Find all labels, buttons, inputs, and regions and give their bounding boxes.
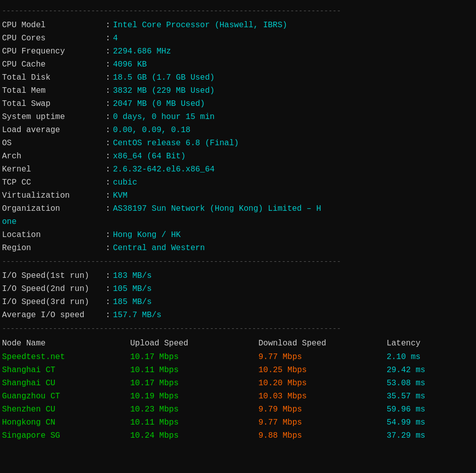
io-colon: : xyxy=(103,282,113,295)
io-row: I/O Speed(3rd run) : 185 MB/s xyxy=(2,295,474,309)
system-colon: : xyxy=(103,228,113,242)
net-upload: 10.11 Mbps xyxy=(130,416,258,429)
system-row: CPU Cores : 4 xyxy=(2,32,474,45)
system-label: CPU Cores xyxy=(2,32,103,45)
system-label: Organization xyxy=(2,202,103,215)
system-value: AS38197 Sun Network (Hong Kong) Limited … xyxy=(113,202,474,215)
system-colon: : xyxy=(103,58,113,71)
net-download: 9.77 Mbps xyxy=(258,416,386,429)
system-label: Total Swap xyxy=(2,97,103,110)
system-row: Region : Central and Western xyxy=(2,242,474,255)
system-value: 2.6.32-642.el6.x86_64 xyxy=(113,163,474,176)
system-label: Load average xyxy=(2,124,103,137)
system-label: Arch xyxy=(2,150,103,163)
net-latency: 37.29 ms xyxy=(387,429,474,442)
system-row: Total Mem : 3832 MB (229 MB Used) xyxy=(2,84,474,97)
system-row: Virtualization : KVM xyxy=(2,189,474,202)
io-colon: : xyxy=(103,269,113,282)
network-row: Shanghai CU 10.17 Mbps 10.20 Mbps 53.08 … xyxy=(2,377,474,390)
system-value: x86_64 (64 Bit) xyxy=(113,150,474,163)
system-value xyxy=(113,215,474,228)
system-label: Location xyxy=(2,228,103,242)
system-row: Load average : 0.00, 0.09, 0.18 xyxy=(2,124,474,137)
system-label: Total Mem xyxy=(2,84,103,97)
separator-middle: ----------------------------------------… xyxy=(2,257,474,267)
network-header-row: Node Name Upload Speed Download Speed La… xyxy=(2,336,474,350)
system-value: KVM xyxy=(113,189,474,202)
net-latency: 29.42 ms xyxy=(387,364,474,377)
io-value: 185 MB/s xyxy=(113,295,474,309)
system-row: OS : CentOS release 6.8 (Final) xyxy=(2,137,474,150)
io-row: Average I/O speed : 157.7 MB/s xyxy=(2,309,474,322)
network-row: Guangzhou CT 10.19 Mbps 10.03 Mbps 35.57… xyxy=(2,390,474,403)
io-row: I/O Speed(2nd run) : 105 MB/s xyxy=(2,282,474,295)
net-download: 9.79 Mbps xyxy=(258,403,386,416)
net-node: Singapore SG xyxy=(2,429,130,442)
system-label: TCP CC xyxy=(2,176,103,189)
system-value: Intel Core Processor (Haswell, IBRS) xyxy=(113,19,474,32)
network-row: Speedtest.net 10.17 Mbps 9.77 Mbps 2.10 … xyxy=(2,350,474,364)
io-colon: : xyxy=(103,309,113,322)
system-value: 0 days, 0 hour 15 min xyxy=(113,110,474,124)
net-upload: 10.17 Mbps xyxy=(130,377,258,390)
system-colon xyxy=(103,215,113,228)
system-label: OS xyxy=(2,137,103,150)
system-row: Total Swap : 2047 MB (0 MB Used) xyxy=(2,97,474,110)
separator-io-bottom: ----------------------------------------… xyxy=(2,324,474,334)
system-colon: : xyxy=(103,202,113,215)
system-colon: : xyxy=(103,124,113,137)
io-row: I/O Speed(1st run) : 183 MB/s xyxy=(2,269,474,282)
net-node: Shanghai CT xyxy=(2,364,130,377)
system-colon: : xyxy=(103,32,113,45)
net-upload: 10.23 Mbps xyxy=(130,403,258,416)
net-latency: 53.08 ms xyxy=(387,377,474,390)
io-value: 157.7 MB/s xyxy=(113,309,474,322)
system-colon: : xyxy=(103,163,113,176)
system-label: Total Disk xyxy=(2,71,103,84)
io-value: 183 MB/s xyxy=(113,269,474,282)
system-label: System uptime xyxy=(2,110,103,124)
net-node: Guangzhou CT xyxy=(2,390,130,403)
net-download: 10.25 Mbps xyxy=(258,364,386,377)
system-label: Region xyxy=(2,242,103,255)
system-value: 4096 KB xyxy=(113,58,474,71)
net-latency: 59.96 ms xyxy=(387,403,474,416)
system-value: 4 xyxy=(113,32,474,45)
system-colon: : xyxy=(103,110,113,124)
system-label: CPU Frequency xyxy=(2,45,103,58)
system-row: CPU Frequency : 2294.686 MHz xyxy=(2,45,474,58)
net-upload: 10.17 Mbps xyxy=(130,350,258,364)
system-label: Virtualization xyxy=(2,189,103,202)
net-download: 9.77 Mbps xyxy=(258,350,386,364)
io-info-table: I/O Speed(1st run) : 183 MB/s I/O Speed(… xyxy=(2,269,474,322)
system-value: cubic xyxy=(113,176,474,189)
system-row: one xyxy=(2,215,474,228)
net-upload: 10.19 Mbps xyxy=(130,390,258,403)
net-latency: 2.10 ms xyxy=(387,350,474,364)
network-row: Shenzhen CU 10.23 Mbps 9.79 Mbps 59.96 m… xyxy=(2,403,474,416)
io-label: I/O Speed(3rd run) xyxy=(2,295,103,309)
system-row: Organization : AS38197 Sun Network (Hong… xyxy=(2,202,474,215)
system-colon: : xyxy=(103,97,113,110)
network-row: Hongkong CN 10.11 Mbps 9.77 Mbps 54.99 m… xyxy=(2,416,474,429)
io-label: Average I/O speed xyxy=(2,309,103,322)
col-latency-header: Latency xyxy=(387,336,474,350)
system-row: Location : Hong Kong / HK xyxy=(2,228,474,242)
system-info-table: CPU Model : Intel Core Processor (Haswel… xyxy=(2,19,474,255)
system-colon: : xyxy=(103,189,113,202)
system-value: Hong Kong / HK xyxy=(113,228,474,242)
net-download: 10.20 Mbps xyxy=(258,377,386,390)
net-latency: 54.99 ms xyxy=(387,416,474,429)
system-row: CPU Model : Intel Core Processor (Haswel… xyxy=(2,19,474,32)
net-node: Speedtest.net xyxy=(2,350,130,364)
net-upload: 10.24 Mbps xyxy=(130,429,258,442)
system-row: CPU Cache : 4096 KB xyxy=(2,58,474,71)
system-value: Central and Western xyxy=(113,242,474,255)
net-latency: 35.57 ms xyxy=(387,390,474,403)
net-node: Shenzhen CU xyxy=(2,403,130,416)
col-download-header: Download Speed xyxy=(258,336,386,350)
col-upload-header: Upload Speed xyxy=(130,336,258,350)
system-colon: : xyxy=(103,71,113,84)
io-section: I/O Speed(1st run) : 183 MB/s I/O Speed(… xyxy=(2,269,474,334)
io-value: 105 MB/s xyxy=(113,282,474,295)
